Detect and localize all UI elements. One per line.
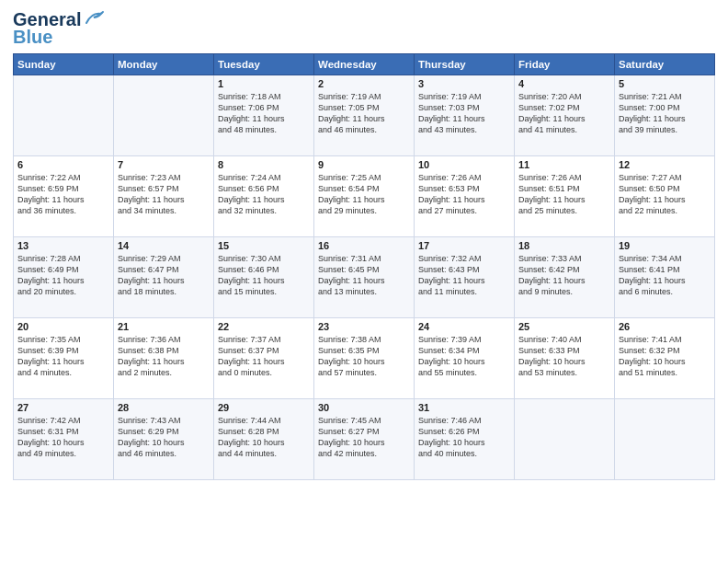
- day-info: Sunrise: 7:43 AM Sunset: 6:29 PM Dayligh…: [118, 415, 210, 460]
- day-number: 2: [318, 78, 410, 89]
- calendar-cell: 25Sunrise: 7:40 AM Sunset: 6:33 PM Dayli…: [515, 318, 615, 399]
- calendar-day-header: Tuesday: [214, 54, 314, 75]
- day-info: Sunrise: 7:44 AM Sunset: 6:28 PM Dayligh…: [218, 415, 310, 460]
- calendar-cell: 13Sunrise: 7:28 AM Sunset: 6:49 PM Dayli…: [14, 237, 114, 318]
- day-info: Sunrise: 7:29 AM Sunset: 6:47 PM Dayligh…: [118, 253, 210, 298]
- day-info: Sunrise: 7:25 AM Sunset: 6:54 PM Dayligh…: [318, 172, 410, 217]
- calendar-cell: 20Sunrise: 7:35 AM Sunset: 6:39 PM Dayli…: [14, 318, 114, 399]
- calendar-cell: 4Sunrise: 7:20 AM Sunset: 7:02 PM Daylig…: [515, 75, 615, 156]
- day-info: Sunrise: 7:20 AM Sunset: 7:02 PM Dayligh…: [518, 91, 610, 136]
- logo: General Blue: [13, 9, 105, 48]
- calendar-cell: 12Sunrise: 7:27 AM Sunset: 6:50 PM Dayli…: [615, 156, 715, 237]
- calendar-day-header: Saturday: [615, 54, 715, 75]
- day-number: 4: [518, 78, 610, 89]
- calendar-cell: 15Sunrise: 7:30 AM Sunset: 6:46 PM Dayli…: [214, 237, 314, 318]
- day-number: 27: [17, 402, 109, 413]
- day-info: Sunrise: 7:31 AM Sunset: 6:45 PM Dayligh…: [318, 253, 410, 298]
- day-number: 29: [218, 402, 310, 413]
- day-number: 5: [619, 78, 711, 89]
- calendar-cell: 6Sunrise: 7:22 AM Sunset: 6:59 PM Daylig…: [14, 156, 114, 237]
- day-info: Sunrise: 7:33 AM Sunset: 6:42 PM Dayligh…: [518, 253, 610, 298]
- day-number: 22: [218, 321, 310, 332]
- day-info: Sunrise: 7:18 AM Sunset: 7:06 PM Dayligh…: [218, 91, 310, 136]
- calendar-cell: [615, 399, 715, 480]
- day-info: Sunrise: 7:28 AM Sunset: 6:49 PM Dayligh…: [17, 253, 109, 298]
- day-info: Sunrise: 7:38 AM Sunset: 6:35 PM Dayligh…: [318, 334, 410, 379]
- day-info: Sunrise: 7:26 AM Sunset: 6:51 PM Dayligh…: [518, 172, 610, 217]
- calendar-cell: 3Sunrise: 7:19 AM Sunset: 7:03 PM Daylig…: [415, 75, 515, 156]
- calendar-cell: 18Sunrise: 7:33 AM Sunset: 6:42 PM Dayli…: [515, 237, 615, 318]
- day-info: Sunrise: 7:36 AM Sunset: 6:38 PM Dayligh…: [118, 334, 210, 379]
- day-number: 25: [518, 321, 610, 332]
- day-number: 14: [118, 240, 210, 251]
- calendar-cell: 14Sunrise: 7:29 AM Sunset: 6:47 PM Dayli…: [114, 237, 214, 318]
- day-number: 3: [418, 78, 510, 89]
- calendar-cell: 23Sunrise: 7:38 AM Sunset: 6:35 PM Dayli…: [314, 318, 415, 399]
- day-number: 18: [518, 240, 610, 251]
- day-number: 16: [318, 240, 410, 251]
- day-info: Sunrise: 7:39 AM Sunset: 6:34 PM Dayligh…: [418, 334, 510, 379]
- calendar-cell: 5Sunrise: 7:21 AM Sunset: 7:00 PM Daylig…: [615, 75, 715, 156]
- day-number: 9: [318, 159, 410, 170]
- calendar-week-row: 20Sunrise: 7:35 AM Sunset: 6:39 PM Dayli…: [14, 318, 715, 399]
- calendar-cell: [14, 75, 114, 156]
- day-number: 24: [418, 321, 510, 332]
- calendar-header-row: SundayMondayTuesdayWednesdayThursdayFrid…: [14, 54, 715, 75]
- day-info: Sunrise: 7:35 AM Sunset: 6:39 PM Dayligh…: [17, 334, 109, 379]
- calendar-cell: 19Sunrise: 7:34 AM Sunset: 6:41 PM Dayli…: [615, 237, 715, 318]
- day-info: Sunrise: 7:23 AM Sunset: 6:57 PM Dayligh…: [118, 172, 210, 217]
- day-info: Sunrise: 7:41 AM Sunset: 6:32 PM Dayligh…: [619, 334, 711, 379]
- day-number: 26: [619, 321, 711, 332]
- day-info: Sunrise: 7:24 AM Sunset: 6:56 PM Dayligh…: [218, 172, 310, 217]
- day-info: Sunrise: 7:34 AM Sunset: 6:41 PM Dayligh…: [619, 253, 711, 298]
- calendar-week-row: 1Sunrise: 7:18 AM Sunset: 7:06 PM Daylig…: [14, 75, 715, 156]
- day-number: 11: [518, 159, 610, 170]
- calendar-day-header: Thursday: [415, 54, 515, 75]
- calendar-cell: 10Sunrise: 7:26 AM Sunset: 6:53 PM Dayli…: [415, 156, 515, 237]
- calendar-cell: 8Sunrise: 7:24 AM Sunset: 6:56 PM Daylig…: [214, 156, 314, 237]
- logo-blue: Blue: [13, 27, 52, 48]
- calendar-day-header: Monday: [114, 54, 214, 75]
- day-number: 17: [418, 240, 510, 251]
- calendar-week-row: 27Sunrise: 7:42 AM Sunset: 6:31 PM Dayli…: [14, 399, 715, 480]
- calendar-cell: 2Sunrise: 7:19 AM Sunset: 7:05 PM Daylig…: [314, 75, 415, 156]
- day-number: 23: [318, 321, 410, 332]
- day-number: 21: [118, 321, 210, 332]
- calendar-cell: 9Sunrise: 7:25 AM Sunset: 6:54 PM Daylig…: [314, 156, 415, 237]
- day-info: Sunrise: 7:22 AM Sunset: 6:59 PM Dayligh…: [17, 172, 109, 217]
- day-info: Sunrise: 7:40 AM Sunset: 6:33 PM Dayligh…: [518, 334, 610, 379]
- day-info: Sunrise: 7:46 AM Sunset: 6:26 PM Dayligh…: [418, 415, 510, 460]
- day-number: 30: [318, 402, 410, 413]
- day-number: 31: [418, 402, 510, 413]
- day-info: Sunrise: 7:37 AM Sunset: 6:37 PM Dayligh…: [218, 334, 310, 379]
- day-number: 19: [619, 240, 711, 251]
- calendar-day-header: Sunday: [14, 54, 114, 75]
- calendar-cell: 27Sunrise: 7:42 AM Sunset: 6:31 PM Dayli…: [14, 399, 114, 480]
- calendar-cell: [515, 399, 615, 480]
- calendar-cell: 29Sunrise: 7:44 AM Sunset: 6:28 PM Dayli…: [214, 399, 314, 480]
- day-info: Sunrise: 7:30 AM Sunset: 6:46 PM Dayligh…: [218, 253, 310, 298]
- calendar-table: SundayMondayTuesdayWednesdayThursdayFrid…: [13, 53, 715, 480]
- calendar-day-header: Wednesday: [314, 54, 415, 75]
- day-number: 1: [218, 78, 310, 89]
- day-info: Sunrise: 7:19 AM Sunset: 7:05 PM Dayligh…: [318, 91, 410, 136]
- calendar-cell: 22Sunrise: 7:37 AM Sunset: 6:37 PM Dayli…: [214, 318, 314, 399]
- day-info: Sunrise: 7:27 AM Sunset: 6:50 PM Dayligh…: [619, 172, 711, 217]
- main-container: General Blue SundayMondayTuesdayWednesda…: [0, 0, 728, 488]
- calendar-cell: 30Sunrise: 7:45 AM Sunset: 6:27 PM Dayli…: [314, 399, 415, 480]
- day-info: Sunrise: 7:45 AM Sunset: 6:27 PM Dayligh…: [318, 415, 410, 460]
- calendar-cell: 24Sunrise: 7:39 AM Sunset: 6:34 PM Dayli…: [415, 318, 515, 399]
- day-number: 10: [418, 159, 510, 170]
- header: General Blue: [13, 9, 715, 48]
- calendar-cell: 28Sunrise: 7:43 AM Sunset: 6:29 PM Dayli…: [114, 399, 214, 480]
- day-number: 28: [118, 402, 210, 413]
- day-number: 15: [218, 240, 310, 251]
- calendar-cell: 11Sunrise: 7:26 AM Sunset: 6:51 PM Dayli…: [515, 156, 615, 237]
- calendar-week-row: 6Sunrise: 7:22 AM Sunset: 6:59 PM Daylig…: [14, 156, 715, 237]
- calendar-week-row: 13Sunrise: 7:28 AM Sunset: 6:49 PM Dayli…: [14, 237, 715, 318]
- calendar-cell: [114, 75, 214, 156]
- day-info: Sunrise: 7:21 AM Sunset: 7:00 PM Dayligh…: [619, 91, 711, 136]
- calendar-cell: 1Sunrise: 7:18 AM Sunset: 7:06 PM Daylig…: [214, 75, 314, 156]
- calendar-cell: 16Sunrise: 7:31 AM Sunset: 6:45 PM Dayli…: [314, 237, 415, 318]
- calendar-day-header: Friday: [515, 54, 615, 75]
